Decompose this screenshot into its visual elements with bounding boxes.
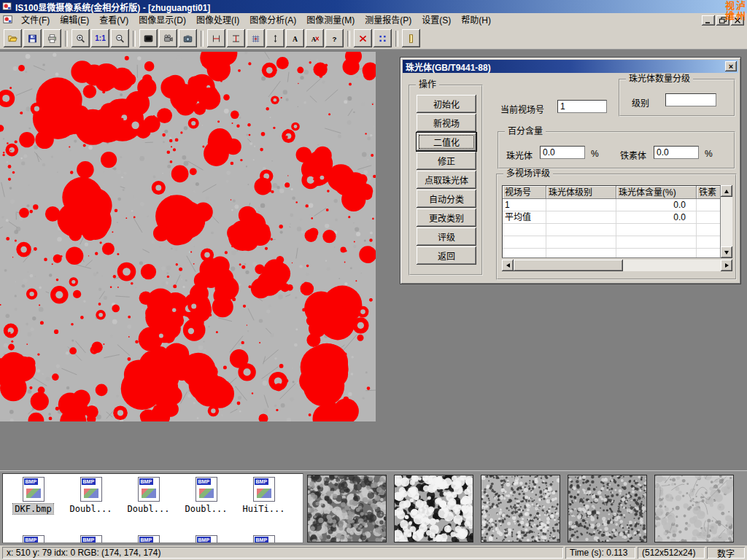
table-row[interactable]: 10.0 bbox=[503, 199, 720, 211]
dialog-title-bar[interactable]: 珠光体(GB/T9441-88) × bbox=[403, 60, 738, 73]
file-item[interactable]: BMPDKF.bmp bbox=[4, 477, 62, 514]
video-camera-button[interactable] bbox=[159, 29, 177, 47]
count-points-button[interactable] bbox=[374, 29, 392, 47]
menu-item-measure-report[interactable]: 测量报告(P) bbox=[360, 13, 417, 28]
file-preview-art bbox=[26, 489, 41, 498]
table-empty-row bbox=[503, 249, 720, 258]
operation-button[interactable]: 新视场 bbox=[417, 114, 476, 132]
mdi-child-icon[interactable] bbox=[3, 15, 15, 26]
file-item[interactable]: BMP bbox=[177, 535, 235, 543]
bmp-badge: BMP bbox=[139, 478, 154, 485]
percent-group: 百分含量 珠光体 % 铁素体 % bbox=[498, 131, 735, 169]
table-vertical-scrollbar[interactable] bbox=[721, 185, 732, 258]
operation-button[interactable]: 返回 bbox=[417, 246, 476, 265]
status-bar: x: 510 y: 79 idx: 0 RGB: (174, 174, 174)… bbox=[0, 545, 747, 560]
level-input[interactable] bbox=[665, 93, 716, 106]
operation-button[interactable]: 初始化 bbox=[417, 95, 476, 113]
mdi-minimize-button[interactable] bbox=[702, 15, 715, 26]
file-item[interactable]: BMPDoubl... bbox=[120, 477, 177, 514]
dialog-close-button[interactable]: × bbox=[725, 61, 737, 71]
thumbnail-1[interactable] bbox=[307, 475, 387, 542]
file-item[interactable]: BMPDoubl... bbox=[62, 477, 120, 514]
file-item[interactable]: BMPHuiTi... bbox=[235, 477, 293, 514]
operation-button[interactable]: 自动分类 bbox=[417, 190, 476, 208]
thumbnail-2[interactable] bbox=[394, 475, 473, 542]
file-item[interactable]: BMP bbox=[62, 535, 120, 543]
operation-button[interactable]: 修正 bbox=[417, 152, 476, 170]
mdi-close-button[interactable] bbox=[731, 15, 744, 26]
horizontal-scroll-track[interactable] bbox=[514, 260, 721, 271]
menu-item-image-display[interactable]: 图像显示(D) bbox=[133, 13, 191, 28]
measure-vertical-button[interactable] bbox=[207, 29, 225, 47]
scale-ruler-button[interactable] bbox=[402, 29, 420, 47]
operation-button[interactable]: 评级 bbox=[417, 228, 476, 246]
svg-text:A: A bbox=[293, 34, 298, 42]
table-horizontal-scrollbar[interactable] bbox=[502, 260, 732, 271]
zoom-out-button[interactable] bbox=[111, 29, 129, 47]
table-cell bbox=[616, 249, 697, 258]
column-header[interactable]: 珠光体级别 bbox=[546, 186, 616, 199]
mdi-client-area: 珠光体(GB/T9441-88) × 操作 初始化新视场二值化修正点取珠光体自动… bbox=[0, 50, 747, 470]
ferrite-unit: % bbox=[705, 149, 713, 159]
menu-item-image-measure[interactable]: 图像测量(M) bbox=[301, 13, 360, 28]
column-header[interactable]: 珠光体含量(%) bbox=[616, 186, 697, 199]
measure-grid-button[interactable] bbox=[247, 29, 265, 47]
menu-item-settings[interactable]: 设置(S) bbox=[417, 13, 456, 28]
print-button[interactable] bbox=[43, 29, 61, 47]
bmp-file-icon: BMP bbox=[253, 477, 275, 502]
open-file-button[interactable] bbox=[4, 29, 22, 47]
status-mode-panel: 数字 bbox=[707, 547, 745, 559]
column-header[interactable]: 视场号 bbox=[503, 186, 546, 199]
measure-horizontal-button[interactable] bbox=[227, 29, 245, 47]
file-preview-art bbox=[142, 489, 156, 498]
table-row[interactable]: 平均值0.0 bbox=[503, 211, 720, 224]
file-item[interactable]: BMPDoubl... bbox=[177, 477, 235, 514]
operation-button[interactable]: 更改类别 bbox=[417, 209, 476, 227]
menu-item-view[interactable]: 查看(V) bbox=[94, 13, 133, 28]
scroll-right-button[interactable] bbox=[721, 260, 732, 271]
menu-item-help[interactable]: 帮助(H) bbox=[456, 13, 496, 28]
annotate-text-button[interactable]: A bbox=[286, 29, 304, 47]
horizontal-scroll-thumb[interactable] bbox=[514, 260, 623, 271]
thumbnail-3[interactable] bbox=[481, 475, 560, 542]
column-header[interactable]: 铁素 bbox=[697, 186, 721, 199]
table-cell bbox=[616, 224, 697, 236]
mdi-restore-button[interactable] bbox=[716, 15, 729, 26]
thumbnail-5[interactable] bbox=[654, 475, 734, 542]
scroll-left-button[interactable] bbox=[502, 260, 514, 271]
help-button[interactable]: ? bbox=[325, 29, 344, 47]
metallograph-image[interactable] bbox=[0, 52, 376, 421]
menu-item-file[interactable]: 文件(F) bbox=[16, 13, 55, 28]
toolbar-separator bbox=[347, 31, 350, 47]
multi-field-group-label: 多视场评级 bbox=[503, 169, 553, 179]
menu-item-edit[interactable]: 编辑(E) bbox=[55, 13, 94, 28]
scroll-down-button[interactable] bbox=[721, 246, 732, 258]
ferrite-percent-input[interactable] bbox=[654, 146, 699, 159]
still-camera-button[interactable] bbox=[179, 29, 197, 47]
pearlite-percent-input[interactable] bbox=[540, 146, 585, 159]
current-field-input[interactable] bbox=[557, 100, 607, 113]
toolbar-separator bbox=[133, 31, 136, 47]
table-cell bbox=[697, 199, 721, 211]
thumbnail-4[interactable] bbox=[568, 475, 647, 542]
actual-size-button[interactable]: 1:1 bbox=[91, 29, 109, 47]
toolbar-separator bbox=[201, 31, 204, 47]
delete-annotation-button[interactable]: A bbox=[306, 29, 324, 47]
bmp-file-icon: BMP bbox=[196, 535, 217, 543]
menu-item-image-analysis[interactable]: 图像分析(A) bbox=[244, 13, 301, 28]
file-item[interactable]: BMP bbox=[120, 535, 177, 543]
operation-button[interactable]: 二值化 bbox=[417, 133, 476, 151]
menu-item-image-process[interactable]: 图像处理(I) bbox=[191, 13, 244, 28]
zoom-in-button[interactable] bbox=[71, 29, 90, 47]
delete-measure-button[interactable] bbox=[354, 29, 372, 47]
file-item[interactable]: BMP bbox=[235, 535, 293, 543]
scroll-up-button[interactable] bbox=[721, 185, 732, 197]
file-item[interactable]: BMP bbox=[4, 535, 62, 543]
operation-button[interactable]: 点取珠光体 bbox=[417, 171, 476, 189]
save-file-button[interactable] bbox=[23, 29, 42, 47]
table-empty-row bbox=[503, 224, 720, 236]
file-browser[interactable]: BMPDKF.bmpBMPDoubl...BMPDoubl...BMPDoubl… bbox=[2, 473, 303, 543]
capture-frame-button[interactable] bbox=[139, 29, 158, 47]
vertical-scroll-track[interactable] bbox=[721, 197, 732, 246]
measure-pole-button[interactable] bbox=[266, 29, 285, 47]
